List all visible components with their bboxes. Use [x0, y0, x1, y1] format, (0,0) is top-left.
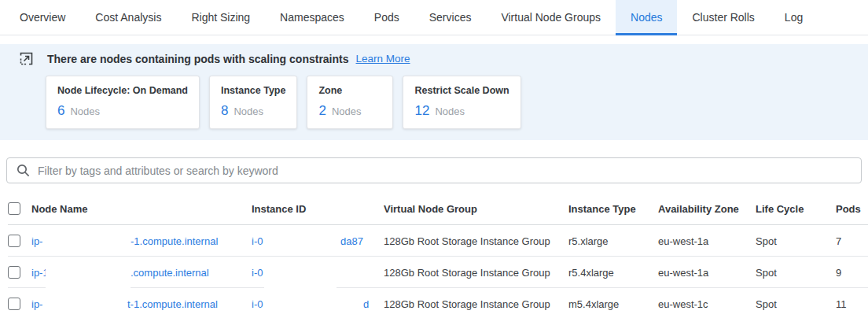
instance-id-prefix: i-0	[252, 298, 263, 310]
learn-more-link[interactable]: Learn More	[356, 53, 410, 65]
tab-virtual-node-groups[interactable]: Virtual Node Groups	[486, 0, 616, 35]
table-header-row: Node Name Instance ID Virtual Node Group…	[0, 192, 868, 225]
card-zone[interactable]: Zone 2 Nodes	[307, 76, 393, 129]
search-input[interactable]	[38, 165, 861, 177]
cell-pods: 7	[836, 235, 868, 247]
cell-availability-zone: eu-west-1a	[658, 267, 756, 279]
card-title: Instance Type	[221, 85, 285, 96]
tab-right-sizing[interactable]: Right Sizing	[176, 0, 265, 35]
tab-bar: Overview Cost Analysis Right Sizing Name…	[0, 0, 868, 35]
header-pods: Pods	[836, 203, 868, 215]
table-row: ip- -1.compute.internal i-0 da87 128Gb R…	[0, 225, 868, 257]
instance-id-link[interactable]: i-0 d	[252, 298, 384, 310]
instance-id-prefix: i-0	[252, 235, 263, 247]
cell-instance-type: r5.xlarge	[568, 235, 658, 247]
tab-namespaces[interactable]: Namespaces	[265, 0, 359, 35]
header-instance-id: Instance ID	[252, 203, 384, 215]
tab-services[interactable]: Services	[414, 0, 487, 35]
cell-virtual-node-group: 128Gb Root Storage Instance Group	[384, 267, 568, 279]
card-unit: Nodes	[435, 105, 465, 117]
instance-id-prefix: i-0	[252, 267, 263, 279]
select-all-checkbox[interactable]	[8, 202, 20, 215]
cell-virtual-node-group: 128Gb Root Storage Instance Group	[384, 298, 568, 310]
nodes-page: Overview Cost Analysis Right Sizing Name…	[0, 0, 868, 318]
table-row: ip-1 .compute.internal i-0 128Gb Root St…	[0, 257, 868, 288]
card-restrict-scale-down[interactable]: Restrict Scale Down 12 Nodes	[403, 76, 520, 129]
node-name-suffix: .compute.internal	[131, 267, 209, 279]
card-title: Restrict Scale Down	[414, 85, 509, 96]
redaction-overlay	[264, 263, 337, 291]
header-life-cycle: Life Cycle	[756, 203, 836, 215]
scale-out-icon	[20, 52, 33, 65]
card-unit: Nodes	[70, 105, 100, 117]
card-title: Node Lifecycle: On Demand	[57, 85, 188, 96]
banner-message: There are nodes containing pods with sca…	[47, 53, 349, 65]
card-count: 8	[221, 103, 228, 119]
header-virtual-node-group: Virtual Node Group	[384, 203, 568, 215]
tab-overview[interactable]: Overview	[5, 0, 80, 35]
node-name-suffix: -1.compute.internal	[131, 235, 218, 247]
cell-pods: 9	[836, 267, 868, 279]
cell-availability-zone: eu-west-1c	[658, 298, 756, 310]
header-instance-type: Instance Type	[568, 203, 658, 215]
instance-id-suffix: da87	[340, 235, 363, 247]
node-name-prefix: ip-	[31, 298, 42, 310]
row-checkbox[interactable]	[8, 266, 20, 279]
cell-pods: 11	[836, 298, 868, 310]
node-name-prefix: ip-	[31, 235, 42, 247]
nodes-table: Node Name Instance ID Virtual Node Group…	[0, 192, 868, 318]
header-node-name: Node Name	[31, 203, 252, 215]
header-availability-zone: Availability Zone	[658, 203, 756, 215]
row-checkbox[interactable]	[8, 235, 20, 247]
card-count: 12	[414, 103, 429, 119]
cell-instance-type: r5.4xlarge	[568, 267, 658, 279]
cell-life-cycle: Spot	[756, 298, 836, 310]
search-icon	[17, 164, 30, 177]
cell-instance-type: m5.4xlarge	[568, 298, 658, 310]
instance-id-suffix: d	[363, 298, 369, 310]
cell-life-cycle: Spot	[756, 235, 836, 247]
card-node-lifecycle[interactable]: Node Lifecycle: On Demand 6 Nodes	[46, 76, 200, 129]
node-name-link[interactable]: ip- -1.compute.internal	[31, 235, 252, 247]
tab-nodes[interactable]: Nodes	[616, 0, 677, 35]
constraint-cards: Node Lifecycle: On Demand 6 Nodes Instan…	[46, 76, 868, 129]
tab-cluster-rolls[interactable]: Cluster Rolls	[677, 0, 769, 35]
tab-cost-analysis[interactable]: Cost Analysis	[80, 0, 176, 35]
node-name-suffix: t-1.compute.internal	[127, 298, 218, 310]
tab-pods[interactable]: Pods	[359, 0, 414, 35]
table-row: ip- t-1.compute.internal i-0 d 128Gb Roo…	[0, 288, 868, 318]
scaling-constraints-banner: There are nodes containing pods with sca…	[0, 44, 868, 140]
node-name-link[interactable]: ip- t-1.compute.internal	[31, 298, 252, 310]
cell-availability-zone: eu-west-1a	[658, 235, 756, 247]
card-count: 2	[318, 103, 326, 119]
cell-virtual-node-group: 128Gb Root Storage Instance Group	[384, 235, 568, 247]
row-checkbox[interactable]	[8, 298, 20, 310]
card-instance-type[interactable]: Instance Type 8 Nodes	[209, 76, 297, 129]
instance-id-link[interactable]: i-0 da87	[252, 235, 384, 247]
card-unit: Nodes	[332, 105, 362, 117]
card-count: 6	[57, 103, 64, 119]
cell-life-cycle: Spot	[756, 267, 836, 279]
filter-search-box	[6, 157, 862, 183]
card-title: Zone	[318, 85, 381, 96]
tab-log[interactable]: Log	[770, 0, 818, 35]
card-unit: Nodes	[234, 105, 263, 117]
redaction-overlay	[46, 263, 131, 291]
